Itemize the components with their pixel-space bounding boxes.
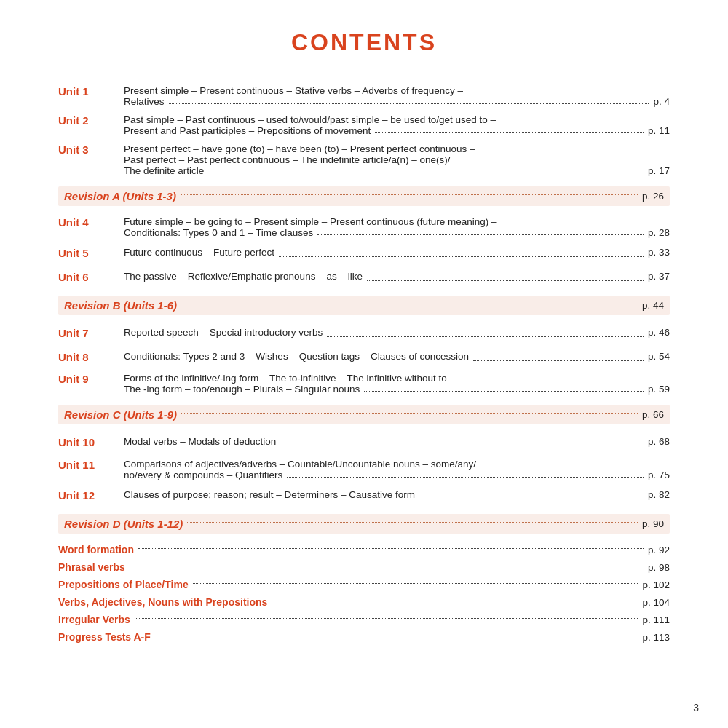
revision-d-label: Revision D (Units 1-12) [64,518,183,530]
unit-3-label: Unit 3 [58,143,124,156]
appendix-4-page: p. 111 [642,614,670,625]
appendices-list: Word formation p. 92 Phrasal verbs p. 98… [58,544,670,643]
unit-4-label: Unit 4 [58,216,124,229]
revision-b-label: Revision B (Units 1-6) [64,299,177,312]
appendix-4-label: Irregular Verbs [58,614,130,625]
appendix-5-page: p. 113 [642,632,670,643]
unit-2-entry: Unit 2 Past simple – Past continuous – u… [58,114,670,136]
revision-a-page: p. 26 [642,191,664,202]
unit-6-desc: The passive – Reflexive/Emphatic pronoun… [124,269,670,284]
page-title: Contents [58,29,670,56]
unit-12-entry: Unit 12 Clauses of purpose; reason; resu… [58,488,670,505]
unit-2-desc: Past simple – Past continuous – used to/… [124,114,670,136]
revision-a-entry: Revision A (Units 1-3) p. 26 [58,186,670,206]
revision-c-label: Revision C (Units 1-9) [64,408,177,421]
page: Contents Unit 1 Present simple – Present… [0,0,728,728]
appendix-0-page: p. 92 [648,545,670,555]
unit-5-desc: Future continuous – Future perfect p. 33 [124,245,670,260]
unit-12-label: Unit 12 [58,488,124,505]
unit-3-entry: Unit 3 Present perfect – have gone (to) … [58,143,670,176]
unit-12-desc: Clauses of purpose; reason; result – Det… [124,488,670,502]
unit-5-label: Unit 5 [58,245,124,262]
appendix-5-entry: Progress Tests A-F p. 113 [58,631,670,643]
revision-a-label: Revision A (Units 1-3) [64,190,176,202]
appendix-1-label: Phrasal verbs [58,561,125,573]
unit-8-entry: Unit 8 Conditionals: Types 2 and 3 – Wis… [58,349,670,366]
unit-9-label: Unit 9 [58,373,124,385]
appendix-5-label: Progress Tests A-F [58,631,151,643]
unit-11-label: Unit 11 [58,459,124,471]
unit-10-desc: Modal verbs – Modals of deduction p. 68 [124,435,670,449]
unit-7-desc: Reported speech – Special introductory v… [124,325,670,340]
revision-c-page: p. 66 [642,409,664,420]
unit-8-label: Unit 8 [58,349,124,366]
unit-6-entry: Unit 6 The passive – Reflexive/Emphatic … [58,269,670,286]
revision-d-entry: Revision D (Units 1-12) p. 90 [58,514,670,534]
unit-4-desc: Future simple – be going to – Present si… [124,216,670,238]
revision-d-page: p. 90 [642,518,664,529]
unit-1-label: Unit 1 [58,85,124,98]
page-number: 3 [693,702,699,713]
unit-2-label: Unit 2 [58,114,124,127]
appendix-2-entry: Prepositions of Place/Time p. 102 [58,579,670,590]
unit-5-entry: Unit 5 Future continuous – Future perfec… [58,245,670,262]
appendix-2-page: p. 102 [642,579,670,590]
revision-c-entry: Revision C (Units 1-9) p. 66 [58,405,670,424]
appendix-0-entry: Word formation p. 92 [58,544,670,555]
unit-8-desc: Conditionals: Types 2 and 3 – Wishes – Q… [124,349,670,364]
appendix-3-entry: Verbs, Adjectives, Nouns with Prepositio… [58,596,670,608]
appendix-3-page: p. 104 [642,597,670,608]
revision-b-entry: Revision B (Units 1-6) p. 44 [58,296,670,315]
unit-6-label: Unit 6 [58,269,124,286]
appendix-2-label: Prepositions of Place/Time [58,579,189,590]
unit-10-label: Unit 10 [58,435,124,451]
appendix-1-entry: Phrasal verbs p. 98 [58,561,670,573]
unit-1-entry: Unit 1 Present simple – Present continuo… [58,85,670,107]
revision-b-page: p. 44 [642,300,664,311]
unit-7-entry: Unit 7 Reported speech – Special introdu… [58,325,670,342]
unit-11-entry: Unit 11 Comparisons of adjectives/adverb… [58,459,670,480]
appendix-1-page: p. 98 [648,562,670,573]
unit-1-desc: Present simple – Present continuous – St… [124,85,670,107]
unit-10-entry: Unit 10 Modal verbs – Modals of deductio… [58,435,670,451]
unit-11-desc: Comparisons of adjectives/adverbs – Coun… [124,459,670,480]
appendix-3-label: Verbs, Adjectives, Nouns with Prepositio… [58,596,267,608]
unit-4-entry: Unit 4 Future simple – be going to – Pre… [58,216,670,238]
appendix-0-label: Word formation [58,544,134,555]
appendix-4-entry: Irregular Verbs p. 111 [58,614,670,625]
unit-9-desc: Forms of the infinitive/-ing form – The … [124,373,670,395]
unit-7-label: Unit 7 [58,325,124,342]
unit-9-entry: Unit 9 Forms of the infinitive/-ing form… [58,373,670,395]
unit-3-desc: Present perfect – have gone (to) – have … [124,143,670,176]
